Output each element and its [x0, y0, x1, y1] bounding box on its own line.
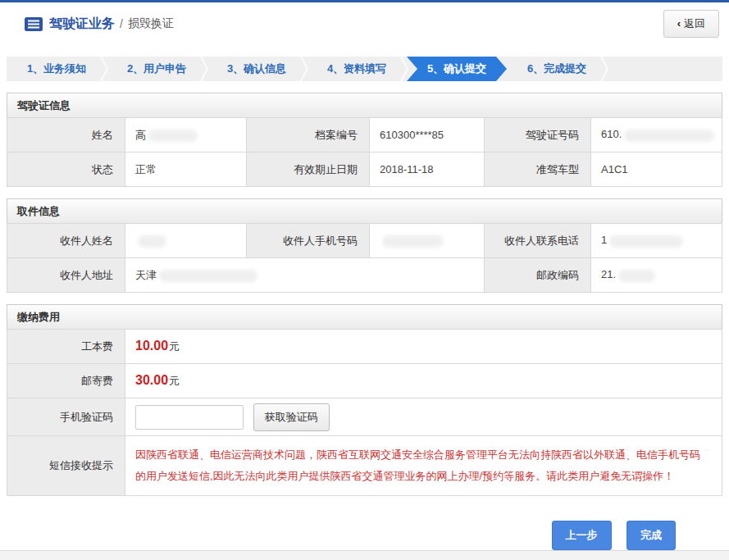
- table-row: 收件人姓名 收件人手机号码 收件人联系电话 1: [7, 224, 722, 258]
- cost-fee-amount: 10.00: [135, 339, 168, 353]
- recipient-address-value: 天津: [125, 258, 485, 293]
- step-2-user-declaration[interactable]: 2、用户申告: [107, 57, 207, 81]
- archive-number-value: 610300****85: [370, 118, 485, 153]
- license-section-title: 驾驶证信息: [7, 93, 722, 117]
- table-row: 短信接收提示 因陕西省联通、电信运营商技术问题，陕西省互联网交通安全综合服务管理…: [7, 436, 722, 496]
- sms-tip-text: 因陕西省联通、电信运营商技术问题，陕西省互联网交通安全综合服务管理平台无法向持陕…: [135, 448, 700, 482]
- license-number-value: 610.: [591, 118, 722, 153]
- status-label: 状态: [7, 153, 125, 187]
- redaction-blur: [148, 130, 198, 142]
- redaction-blur: [609, 235, 683, 248]
- page-title: 驾驶证业务: [49, 16, 115, 33]
- step-separator: [400, 69, 408, 82]
- status-value: 正常: [125, 153, 247, 187]
- step-5-confirm-submit-active[interactable]: 5、确认提交: [407, 57, 507, 81]
- license-info-section: 驾驶证信息 姓名 高 档案编号 610300****85 驾驶证号码 610. …: [7, 93, 722, 187]
- name-label: 姓名: [7, 118, 125, 153]
- recipient-name-value: [125, 224, 247, 258]
- step-label: 1、业务须知: [27, 62, 86, 75]
- list-icon: [25, 17, 43, 31]
- license-info-table: 姓名 高 档案编号 610300****85 驾驶证号码 610. 状态 正常 …: [7, 117, 722, 187]
- previous-step-button[interactable]: 上一步: [552, 521, 612, 550]
- get-sms-code-button[interactable]: 获取验证码: [253, 403, 330, 431]
- sms-code-input[interactable]: [135, 405, 244, 430]
- step-separator: [600, 69, 608, 82]
- step-label: 4、资料填写: [327, 62, 386, 75]
- back-button[interactable]: ‹返回: [663, 10, 719, 38]
- recipient-phone-value: 1: [591, 224, 722, 258]
- breadcrumb-current: 损毁换证: [128, 16, 174, 31]
- cost-fee-unit: 元: [169, 340, 180, 353]
- pickup-info-section: 取件信息 收件人姓名 收件人手机号码 收件人联系电话 1 收件人地址 天津 邮政…: [7, 198, 722, 293]
- redaction-blur: [138, 235, 166, 248]
- redaction-blur: [382, 235, 444, 248]
- postage-fee-value: 30.00元: [125, 364, 722, 398]
- archive-number-label: 档案编号: [247, 118, 370, 153]
- footer-actions: 上一步 完成: [7, 521, 676, 550]
- postage-fee-amount: 30.00: [135, 373, 168, 387]
- chevron-left-icon: ‹: [677, 17, 681, 30]
- recipient-phone-label: 收件人联系电话: [485, 224, 591, 258]
- cost-fee-label: 工本费: [7, 330, 125, 364]
- recipient-name-label: 收件人姓名: [7, 224, 125, 258]
- fee-section: 缴纳费用 工本费 10.00元 邮寄费 30.00元 手机验证码 获取验证码 短…: [7, 304, 722, 496]
- postage-fee-label: 邮寄费: [7, 364, 125, 398]
- recipient-mobile-value: [370, 224, 485, 258]
- finish-button[interactable]: 完成: [626, 521, 676, 550]
- zip-code-label: 邮政编码: [485, 258, 591, 293]
- sms-code-cell: 获取验证码: [125, 398, 722, 436]
- step-6-complete-submit[interactable]: 6、完成提交: [507, 57, 607, 81]
- step-separator: [400, 57, 408, 70]
- step-progress-bar: 1、业务须知 2、用户申告 3、确认信息 4、资料填写 5、确认提交 6、完成提…: [7, 57, 722, 81]
- expiry-date-label: 有效期止日期: [247, 153, 370, 187]
- table-row: 收件人地址 天津 邮政编码 21.: [7, 258, 722, 293]
- table-row: 邮寄费 30.00元: [7, 364, 722, 398]
- license-number-label: 驾驶证号码: [485, 118, 591, 153]
- page-container: 驾驶证业务 / 损毁换证 ‹返回 1、业务须知 2、用户申告 3、确认信息 4、…: [0, 0, 729, 551]
- recipient-mobile-label: 收件人手机号码: [247, 224, 370, 258]
- step-1-business-notice[interactable]: 1、业务须知: [7, 57, 107, 81]
- page-header: 驾驶证业务 / 损毁换证 ‹返回: [0, 2, 729, 45]
- step-3-confirm-info[interactable]: 3、确认信息: [207, 57, 307, 81]
- back-button-label: 返回: [684, 17, 705, 30]
- step-label: 2、用户申告: [127, 62, 186, 75]
- sms-tip-cell: 因陕西省联通、电信运营商技术问题，陕西省互联网交通安全综合服务管理平台无法向持陕…: [125, 436, 722, 496]
- postage-fee-unit: 元: [169, 375, 180, 387]
- redaction-blur: [159, 270, 257, 282]
- vehicle-class-label: 准驾车型: [485, 153, 591, 187]
- zip-code-value: 21.: [591, 258, 722, 293]
- name-value: 高: [125, 118, 247, 153]
- step-4-fill-data[interactable]: 4、资料填写: [307, 57, 407, 81]
- pickup-section-title: 取件信息: [7, 198, 722, 223]
- step-label: 6、完成提交: [527, 62, 586, 75]
- expiry-date-value: 2018-11-18: [370, 153, 485, 187]
- sms-code-label: 手机验证码: [7, 398, 125, 436]
- table-row: 工本费 10.00元: [7, 330, 722, 364]
- breadcrumb-divider: /: [120, 17, 123, 30]
- cost-fee-value: 10.00元: [125, 330, 722, 364]
- sms-tip-label: 短信接收提示: [7, 436, 125, 496]
- table-row: 手机验证码 获取验证码: [7, 398, 722, 436]
- table-row: 状态 正常 有效期止日期 2018-11-18 准驾车型 A1C1: [7, 153, 722, 187]
- table-row: 姓名 高 档案编号 610300****85 驾驶证号码 610.: [7, 118, 722, 153]
- step-label: 5、确认提交: [427, 62, 486, 75]
- pickup-info-table: 收件人姓名 收件人手机号码 收件人联系电话 1 收件人地址 天津 邮政编码 21…: [7, 223, 722, 293]
- redaction-blur: [618, 270, 655, 282]
- redaction-blur: [624, 130, 714, 142]
- vehicle-class-value: A1C1: [591, 153, 722, 187]
- fee-section-title: 缴纳费用: [7, 304, 722, 329]
- step-label: 3、确认信息: [227, 62, 286, 75]
- recipient-address-label: 收件人地址: [7, 258, 125, 293]
- step-separator: [600, 57, 608, 70]
- fee-table: 工本费 10.00元 邮寄费 30.00元 手机验证码 获取验证码 短信接收提示…: [7, 329, 722, 496]
